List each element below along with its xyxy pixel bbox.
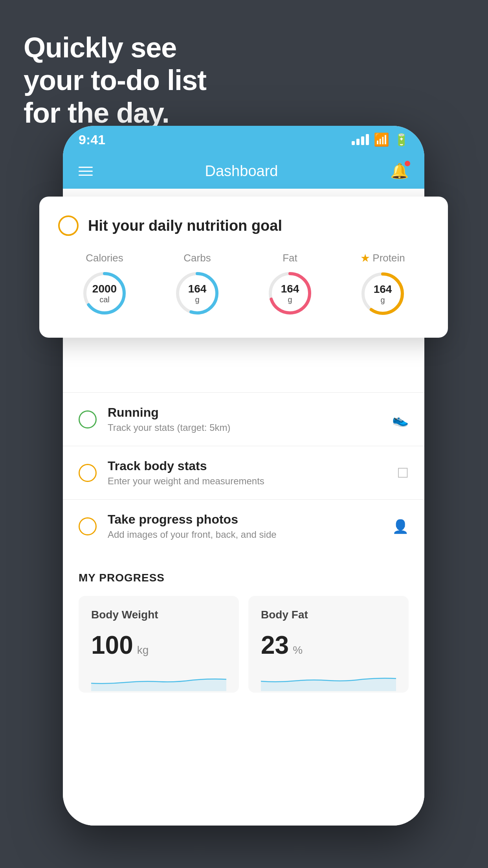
todo-item-photos[interactable]: Take progress photos Add images of your …: [63, 499, 424, 553]
running-icon: 👟: [392, 412, 409, 427]
calories-label: Calories: [86, 252, 123, 264]
card-check-circle: [58, 215, 79, 236]
wifi-icon: 📶: [374, 132, 389, 147]
nutrition-card: Hit your daily nutrition goal Calories 2…: [39, 197, 448, 338]
status-icons: 📶 🔋: [352, 132, 409, 147]
body-fat-title: Body Fat: [261, 609, 396, 621]
notifications-button[interactable]: 🔔: [390, 162, 409, 180]
card-title: Hit your daily nutrition goal: [88, 217, 282, 234]
body-weight-value: 100 kg: [91, 631, 226, 660]
fat-ring: 164 g: [266, 270, 314, 317]
todo-text-photos: Take progress photos Add images of your …: [108, 512, 381, 540]
battery-icon: 🔋: [394, 133, 409, 147]
nav-title: Dashboard: [205, 163, 278, 180]
body-fat-chart: [261, 668, 396, 691]
protein-value: 164: [374, 283, 392, 296]
carbs-label: Carbs: [183, 252, 211, 264]
body-weight-unit: kg: [137, 644, 149, 657]
todo-subtitle-photos: Add images of your front, back, and side: [108, 529, 381, 540]
body-fat-unit: %: [293, 644, 303, 657]
protein-label: ★ Protein: [360, 252, 405, 265]
carbs-unit: g: [188, 295, 207, 303]
fat-label: Fat: [283, 252, 297, 264]
todo-subtitle-running: Track your stats (target: 5km): [108, 422, 381, 433]
todo-item-running[interactable]: Running Track your stats (target: 5km) 👟: [63, 392, 424, 446]
status-time: 9:41: [79, 132, 105, 147]
nutrition-calories: Calories 2000 cal: [81, 252, 128, 317]
star-icon: ★: [360, 252, 370, 265]
todo-title-running: Running: [108, 405, 381, 420]
body-fat-card: Body Fat 23 %: [248, 596, 409, 693]
notification-dot: [405, 161, 410, 166]
nutrition-protein: ★ Protein 164 g: [359, 252, 406, 317]
todo-item-body-stats[interactable]: Track body stats Enter your weight and m…: [63, 446, 424, 499]
fat-value: 164: [281, 283, 299, 295]
calories-ring: 2000 cal: [81, 270, 128, 317]
protein-ring: 164 g: [359, 270, 406, 317]
carbs-value: 164: [188, 283, 207, 295]
todo-title-body-stats: Track body stats: [108, 459, 386, 473]
todo-text-running: Running Track your stats (target: 5km): [108, 405, 381, 433]
hero-headline: Quickly see your to-do list for the day.: [24, 31, 206, 129]
status-bar: 9:41 📶 🔋: [63, 126, 424, 153]
todo-text-body-stats: Track body stats Enter your weight and m…: [108, 459, 386, 487]
body-fat-value: 23 %: [261, 631, 396, 660]
body-weight-chart: [91, 668, 226, 691]
protein-unit: g: [374, 295, 392, 304]
todo-title-photos: Take progress photos: [108, 512, 381, 527]
progress-cards: Body Weight 100 kg Body Fat 23 %: [79, 596, 409, 693]
nutrition-row: Calories 2000 cal Carbs: [58, 252, 429, 317]
body-weight-card: Body Weight 100 kg: [79, 596, 239, 693]
body-weight-number: 100: [91, 631, 133, 660]
todo-check-photos: [79, 517, 97, 535]
progress-section: MY PROGRESS Body Weight 100 kg Body Fat: [63, 553, 424, 693]
body-weight-title: Body Weight: [91, 609, 226, 621]
carbs-ring: 164 g: [174, 270, 221, 317]
todo-check-body-stats: [79, 464, 97, 482]
todo-check-running: [79, 410, 97, 428]
fat-unit: g: [281, 295, 299, 303]
calories-value: 2000: [92, 283, 117, 295]
nutrition-carbs: Carbs 164 g: [174, 252, 221, 317]
scale-icon: ☐: [397, 465, 409, 481]
todo-list: Running Track your stats (target: 5km) 👟…: [63, 392, 424, 553]
todo-subtitle-body-stats: Enter your weight and measurements: [108, 476, 386, 487]
hamburger-menu[interactable]: [79, 167, 93, 176]
card-header: Hit your daily nutrition goal: [58, 215, 429, 236]
nutrition-fat: Fat 164 g: [266, 252, 314, 317]
photo-icon: 👤: [392, 519, 409, 534]
body-fat-number: 23: [261, 631, 289, 660]
progress-heading: MY PROGRESS: [79, 572, 409, 584]
signal-icon: [352, 134, 369, 145]
calories-unit: cal: [92, 295, 117, 303]
nav-bar: Dashboard 🔔: [63, 153, 424, 189]
